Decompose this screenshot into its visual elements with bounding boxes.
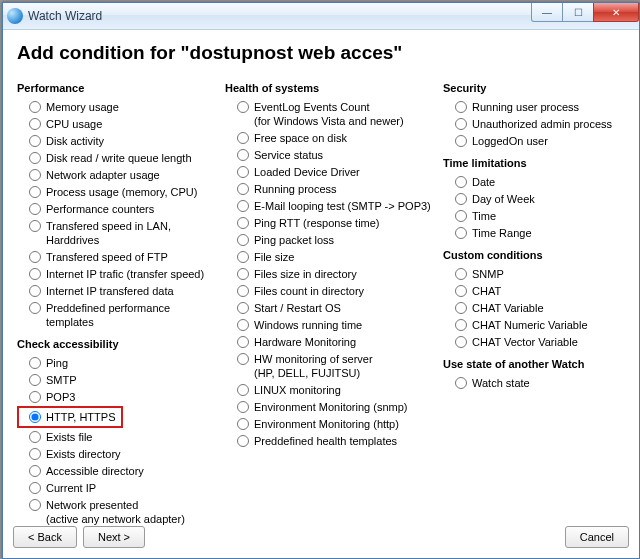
window-title: Watch Wizard <box>28 9 102 23</box>
opt-pop3[interactable]: POP3 <box>17 389 217 405</box>
titlebar: Watch Wizard — ☐ ✕ <box>3 3 639 30</box>
opt-smtp[interactable]: SMTP <box>17 372 217 388</box>
opt-current-ip[interactable]: Current IP <box>17 480 217 496</box>
opt-service-status[interactable]: Service status <box>225 147 435 163</box>
opt-disk-activity[interactable]: Disk activity <box>17 133 217 149</box>
opt-http-https[interactable]: HTTP, HTTPS <box>29 409 115 425</box>
column-middle: Health of systems EventLog Events Count(… <box>225 78 435 518</box>
opt-chat[interactable]: CHAT <box>443 283 625 299</box>
opt-loggedon[interactable]: LoggedOn user <box>443 133 625 149</box>
window-controls: — ☐ ✕ <box>531 3 639 22</box>
opt-files-count-dir[interactable]: Files count in directory <box>225 283 435 299</box>
column-left: Performance Memory usage CPU usage Disk … <box>17 78 217 518</box>
opt-ping-rtt[interactable]: Ping RTT (response time) <box>225 215 435 231</box>
close-button[interactable]: ✕ <box>593 3 639 22</box>
group-security-title: Security <box>443 82 625 94</box>
opt-user-process[interactable]: Running user process <box>443 99 625 115</box>
opt-chat-num[interactable]: CHAT Numeric Variable <box>443 317 625 333</box>
opt-process-usage[interactable]: Process usage (memory, CPU) <box>17 184 217 200</box>
opt-chat-var[interactable]: CHAT Variable <box>443 300 625 316</box>
opt-ping[interactable]: Ping <box>17 355 217 371</box>
group-health-title: Health of systems <box>225 82 435 94</box>
group-accessibility-title: Check accessibility <box>17 338 217 350</box>
opt-transfer-ftp[interactable]: Transfered speed of FTP <box>17 249 217 265</box>
opt-email-loop[interactable]: E-Mail looping test (SMTP -> POP3) <box>225 198 435 214</box>
back-button[interactable]: < Back <box>13 526 77 548</box>
footer: < Back Next > Cancel <box>13 526 629 548</box>
maximize-button[interactable]: ☐ <box>562 3 594 22</box>
column-right: Security Running user process Unauthoriz… <box>443 78 625 518</box>
opt-start-restart[interactable]: Start / Restart OS <box>225 300 435 316</box>
opt-eventlog[interactable]: EventLog Events Count(for Windows Vista … <box>225 99 435 129</box>
opt-unauth-admin[interactable]: Unauthorized admin process <box>443 116 625 132</box>
opt-env-snmp[interactable]: Environment Monitoring (snmp) <box>225 399 435 415</box>
next-button[interactable]: Next > <box>83 526 145 548</box>
group-time-title: Time limitations <box>443 157 625 169</box>
opt-linux[interactable]: LINUX monitoring <box>225 382 435 398</box>
page-title: Add condition for "dostupnost web acces" <box>17 42 625 64</box>
content-area: Add condition for "dostupnost web acces"… <box>3 30 639 558</box>
app-icon <box>7 8 23 24</box>
opt-disk-queue[interactable]: Disk read / write queue length <box>17 150 217 166</box>
options-columns: Performance Memory usage CPU usage Disk … <box>17 78 625 518</box>
opt-watch-state[interactable]: Watch state <box>443 375 625 391</box>
opt-hw-monitoring[interactable]: Hardware Monitoring <box>225 334 435 350</box>
opt-exists-directory[interactable]: Exists directory <box>17 446 217 462</box>
group-performance-title: Performance <box>17 82 217 94</box>
opt-perf-counters[interactable]: Performance counters <box>17 201 217 217</box>
cancel-button[interactable]: Cancel <box>565 526 629 548</box>
opt-cpu-usage[interactable]: CPU usage <box>17 116 217 132</box>
opt-accessible-directory[interactable]: Accessible directory <box>17 463 217 479</box>
opt-chat-vec[interactable]: CHAT Vector Variable <box>443 334 625 350</box>
watch-wizard-window: Watch Wizard — ☐ ✕ Add condition for "do… <box>2 2 640 559</box>
opt-free-space[interactable]: Free space on disk <box>225 130 435 146</box>
opt-transfer-lan[interactable]: Transfered speed in LAN, Harddrives <box>17 218 217 248</box>
opt-win-uptime[interactable]: Windows running time <box>225 317 435 333</box>
opt-memory-usage[interactable]: Memory usage <box>17 99 217 115</box>
group-custom-title: Custom conditions <box>443 249 625 261</box>
opt-hw-server[interactable]: HW monitoring of server(HP, DELL, FUJITS… <box>225 351 435 381</box>
opt-network-presented[interactable]: Network presented(active any network ada… <box>17 497 217 527</box>
opt-ping-loss[interactable]: Ping packet loss <box>225 232 435 248</box>
opt-ip-trafic[interactable]: Internet IP trafic (transfer speed) <box>17 266 217 282</box>
opt-perf-templates[interactable]: Preddefined performance templates <box>17 300 217 330</box>
opt-snmp[interactable]: SNMP <box>443 266 625 282</box>
opt-exists-file[interactable]: Exists file <box>17 429 217 445</box>
opt-files-size-dir[interactable]: Files size in directory <box>225 266 435 282</box>
opt-ip-transfered[interactable]: Internet IP transfered data <box>17 283 217 299</box>
opt-dow[interactable]: Day of Week <box>443 191 625 207</box>
opt-running-process[interactable]: Running process <box>225 181 435 197</box>
opt-file-size[interactable]: File size <box>225 249 435 265</box>
opt-date[interactable]: Date <box>443 174 625 190</box>
opt-network-adapter[interactable]: Network adapter usage <box>17 167 217 183</box>
opt-health-templates[interactable]: Preddefined health templates <box>225 433 435 449</box>
opt-time-range[interactable]: Time Range <box>443 225 625 241</box>
opt-env-http[interactable]: Environment Monitoring (http) <box>225 416 435 432</box>
opt-time[interactable]: Time <box>443 208 625 224</box>
opt-http-https-highlight: HTTP, HTTPS <box>17 406 123 428</box>
group-watch-state-title: Use state of another Watch <box>443 358 625 370</box>
minimize-button[interactable]: — <box>531 3 563 22</box>
opt-device-driver[interactable]: Loaded Device Driver <box>225 164 435 180</box>
